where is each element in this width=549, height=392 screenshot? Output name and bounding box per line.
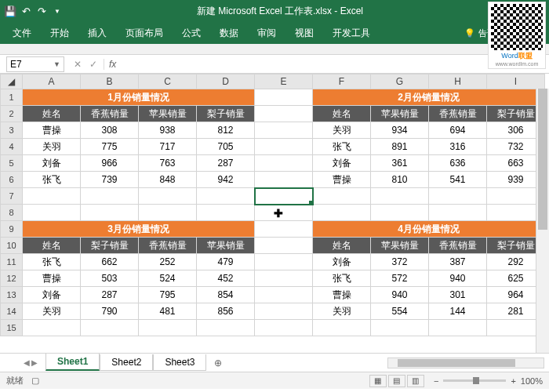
cell[interactable]	[255, 221, 313, 238]
qat-dropdown-icon[interactable]: ▼	[52, 5, 63, 16]
row-header[interactable]: 3	[1, 122, 23, 139]
cell[interactable]: 942	[197, 172, 255, 188]
cell[interactable]: 144	[429, 303, 487, 320]
tab-formulas[interactable]: 公式	[173, 22, 210, 44]
cell[interactable]	[255, 320, 313, 336]
cell[interactable]: 姓名	[313, 106, 371, 122]
cell[interactable]	[255, 172, 313, 188]
cell[interactable]: 梨子销量	[81, 238, 139, 254]
cell[interactable]	[197, 205, 255, 221]
cell[interactable]: 姓名	[23, 106, 81, 122]
normal-view-icon[interactable]: ▦	[369, 375, 387, 387]
cell[interactable]: 1月份销量情况	[23, 89, 255, 106]
col-header[interactable]: I	[487, 74, 545, 89]
cell[interactable]: 541	[429, 172, 487, 188]
cell[interactable]: 曹操	[313, 172, 371, 188]
macro-record-icon[interactable]: ▢	[31, 376, 39, 386]
cell[interactable]: 张飞	[313, 139, 371, 155]
cell[interactable]: 252	[139, 254, 197, 270]
name-box[interactable]: E7 ▼	[6, 56, 64, 72]
sheet-tab[interactable]: Sheet3	[153, 354, 206, 371]
scrollbar-thumb[interactable]	[398, 359, 515, 367]
row-header[interactable]: 1	[1, 89, 23, 106]
cell[interactable]: 966	[81, 155, 139, 172]
row-header[interactable]: 5	[1, 155, 23, 172]
formula-input[interactable]	[121, 56, 549, 72]
cell[interactable]: 938	[139, 122, 197, 139]
new-sheet-button[interactable]: ⊕	[206, 355, 230, 371]
cell[interactable]: 790	[81, 303, 139, 320]
cell[interactable]: 891	[371, 139, 429, 155]
cell[interactable]: 姓名	[313, 238, 371, 254]
cell[interactable]: 刘备	[23, 287, 81, 303]
cell[interactable]: 苹果销量	[197, 238, 255, 254]
cell[interactable]: 694	[429, 122, 487, 139]
cell[interactable]: 479	[197, 254, 255, 270]
tab-page-layout[interactable]: 页面布局	[116, 22, 173, 44]
cell[interactable]: 刘备	[313, 155, 371, 172]
cell[interactable]: 关羽	[313, 303, 371, 320]
cell[interactable]	[255, 205, 313, 221]
cell[interactable]	[23, 188, 81, 205]
row-header[interactable]: 7	[1, 188, 23, 205]
cell[interactable]	[23, 320, 81, 336]
zoom-in-icon[interactable]: +	[511, 376, 515, 386]
horizontal-scrollbar[interactable]	[387, 358, 544, 368]
row-header[interactable]: 8	[1, 205, 23, 221]
cell[interactable]	[255, 122, 313, 139]
cell[interactable]: 梨子销量	[197, 106, 255, 122]
cell[interactable]: 705	[197, 139, 255, 155]
cell[interactable]: 曹操	[313, 287, 371, 303]
cell[interactable]	[255, 155, 313, 172]
cell[interactable]	[429, 188, 487, 205]
col-header[interactable]: C	[139, 74, 197, 89]
tab-review[interactable]: 审阅	[248, 22, 285, 44]
cell[interactable]: 524	[139, 270, 197, 287]
cell[interactable]	[139, 188, 197, 205]
cell[interactable]: 940	[371, 287, 429, 303]
cell[interactable]: 香蕉销量	[429, 106, 487, 122]
cell[interactable]	[429, 320, 487, 336]
cell[interactable]	[255, 139, 313, 155]
col-header[interactable]: H	[429, 74, 487, 89]
cell[interactable]	[23, 205, 81, 221]
col-header[interactable]: F	[313, 74, 371, 89]
cell[interactable]: 刘备	[313, 254, 371, 270]
cell[interactable]: 3月份销量情况	[23, 221, 255, 238]
select-all-corner[interactable]: ◢	[1, 74, 23, 89]
cell[interactable]: 刘备	[23, 155, 81, 172]
row-header[interactable]: 15	[1, 320, 23, 336]
cell[interactable]: 452	[197, 270, 255, 287]
cell[interactable]	[81, 205, 139, 221]
cell[interactable]: 361	[371, 155, 429, 172]
spreadsheet-grid[interactable]: ◢ A B C D E F G H I 11月份销量情况2月份销量情况2姓名香蕉…	[0, 74, 545, 336]
cell[interactable]	[429, 205, 487, 221]
fx-icon[interactable]: fx	[104, 59, 121, 70]
zoom-slider[interactable]	[443, 379, 506, 382]
cell[interactable]	[255, 89, 313, 106]
cell[interactable]	[255, 106, 313, 122]
cell[interactable]: 关羽	[23, 139, 81, 155]
cell[interactable]: 308	[81, 122, 139, 139]
cell[interactable]	[313, 320, 371, 336]
cell[interactable]: 姓名	[23, 238, 81, 254]
cell[interactable]: 301	[429, 287, 487, 303]
cell[interactable]: 636	[429, 155, 487, 172]
cell[interactable]: 372	[371, 254, 429, 270]
cell[interactable]	[255, 287, 313, 303]
cell[interactable]: 张飞	[313, 270, 371, 287]
cell[interactable]	[255, 303, 313, 320]
cell[interactable]	[81, 188, 139, 205]
cell[interactable]: 572	[371, 270, 429, 287]
cell[interactable]: 717	[139, 139, 197, 155]
cell[interactable]: 曹操	[23, 270, 81, 287]
cell[interactable]: 苹果销量	[139, 106, 197, 122]
row-header[interactable]: 12	[1, 270, 23, 287]
col-header[interactable]: B	[81, 74, 139, 89]
sheet-tab[interactable]: Sheet2	[100, 354, 153, 371]
cell[interactable]	[255, 238, 313, 254]
cell[interactable]: 481	[139, 303, 197, 320]
undo-icon[interactable]: ↶	[20, 5, 31, 16]
cell[interactable]: 763	[139, 155, 197, 172]
row-header[interactable]: 6	[1, 172, 23, 188]
